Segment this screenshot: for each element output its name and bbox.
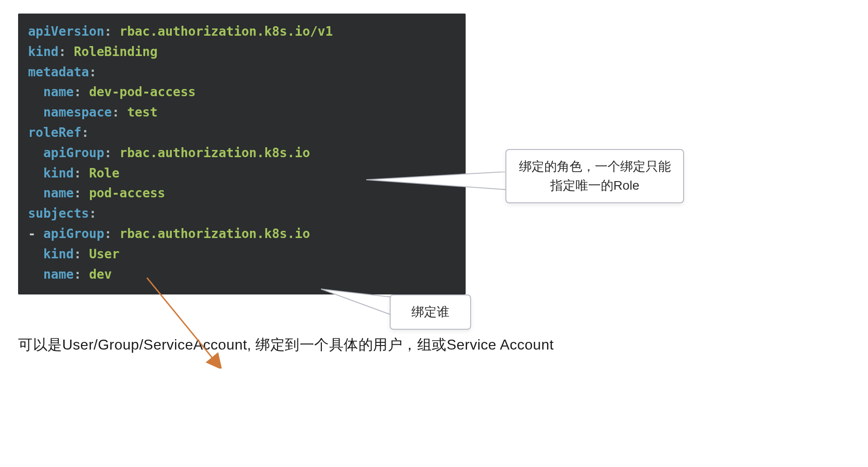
- code-key: apiGroup: [43, 226, 104, 241]
- code-key: roleRef: [28, 125, 81, 140]
- code-key: kind: [43, 166, 74, 181]
- svg-line-3: [147, 278, 217, 364]
- code-value: pod-access: [89, 186, 165, 201]
- code-key: name: [43, 186, 74, 201]
- code-key: namespace: [43, 105, 112, 120]
- code-key: apiGroup: [43, 145, 104, 160]
- callout-tail-icon: [366, 172, 511, 203]
- code-value: test: [127, 105, 157, 120]
- callout-role: 绑定的角色，一个绑定只能指定唯一的Role: [505, 149, 684, 203]
- code-value: User: [89, 247, 119, 262]
- callout-text: 绑定的角色，一个绑定只能指定唯一的Role: [519, 159, 671, 192]
- callout-subject: 绑定谁: [390, 294, 471, 330]
- diagram-container: apiVersion: rbac.authorization.k8s.io/v1…: [18, 14, 741, 294]
- svg-marker-0: [366, 172, 507, 190]
- code-value: dev: [89, 267, 112, 282]
- code-key: subjects: [28, 206, 89, 221]
- code-key: metadata: [28, 65, 89, 79]
- callout-tail-icon: [321, 285, 396, 321]
- code-key: name: [43, 84, 74, 99]
- code-value: rbac.authorization.k8s.io: [119, 226, 310, 241]
- code-value: RoleBinding: [74, 44, 157, 59]
- code-value: Role: [89, 166, 119, 181]
- yaml-code-block: apiVersion: rbac.authorization.k8s.io/v1…: [18, 14, 466, 294]
- code-key: kind: [28, 44, 58, 59]
- code-key: name: [43, 267, 74, 282]
- code-key: apiVersion: [28, 24, 104, 39]
- code-value: rbac.authorization.k8s.io/v1: [119, 24, 333, 39]
- code-value: rbac.authorization.k8s.io: [119, 145, 310, 160]
- code-value: dev-pod-access: [89, 84, 196, 99]
- callout-text: 绑定谁: [411, 305, 449, 319]
- bottom-text-content: 可以是User/Group/ServiceAccount, 绑定到一个具体的用户…: [18, 336, 554, 353]
- svg-marker-1: [321, 289, 392, 315]
- arrow-icon: [136, 276, 235, 369]
- code-key: kind: [43, 247, 74, 262]
